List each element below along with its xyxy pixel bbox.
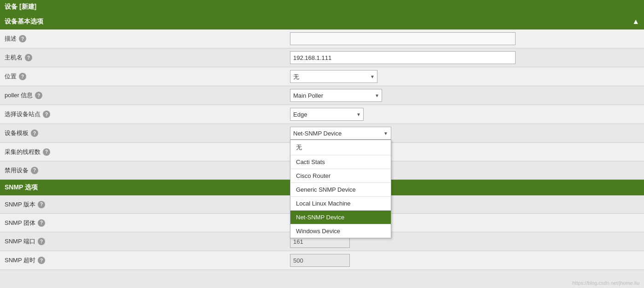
collapse-icon[interactable]: ▲ [632,18,639,26]
template-dropdown-arrow-icon: ▼ [383,131,388,136]
section-title: 设备基本选项 [5,18,43,26]
location-row: 位置 ? 无 ▼ [0,67,644,86]
template-dropdown-menu: 无 Cacti Stats Cisco Router Generic SNMP … [290,140,391,238]
template-control: Net-SNMP Device ▼ 无 Cacti Stats Cisco Ro… [285,124,644,142]
site-control: Edge ▼ [285,105,644,123]
snmp-timeout-help-icon[interactable]: ? [38,257,45,264]
description-help-icon[interactable]: ? [19,35,26,42]
dropdown-item-cisco-router[interactable]: Cisco Router [290,169,391,183]
section-header: 设备基本选项 ▲ [0,14,644,29]
location-label: 位置 ? [0,69,285,84]
site-label: 选择设备站点 ? [0,106,285,122]
snmp-community-label: SNMP 团体 ? [0,215,285,231]
watermark: https://blog.csdn.net/jhome.liu [572,280,639,286]
poller-select[interactable]: Main Poller [290,89,382,102]
template-label: 设备模板 ? [0,125,285,141]
location-select[interactable]: 无 [290,70,377,83]
snmp-port-help-icon[interactable]: ? [38,238,45,245]
dropdown-item-windows[interactable]: Windows Device [290,224,391,238]
hostname-input[interactable] [290,51,516,64]
description-control [285,29,644,48]
snmp-community-help-icon[interactable]: ? [38,219,45,227]
template-dropdown-container: Net-SNMP Device ▼ 无 Cacti Stats Cisco Ro… [290,127,391,140]
page-wrapper: 设备 [新建] 设备基本选项 ▲ 描述 ? 主机名 ? 位置 ? [0,0,644,288]
site-select-wrapper: Edge ▼ [290,108,364,121]
snmp-timeout-control [285,251,644,270]
snmp-version-help-icon[interactable]: ? [38,201,45,208]
site-help-icon[interactable]: ? [43,111,50,118]
location-select-wrapper: 无 ▼ [290,70,377,83]
poller-control: Main Poller ▼ [285,86,644,105]
disabled-label: 禁用设备 ? [0,163,285,178]
snmp-timeout-label: SNMP 超时 ? [0,253,285,268]
poller-label: poller 信息 ? [0,88,285,103]
dropdown-item-none[interactable]: 无 [290,140,391,155]
page-title: 设备 [新建] [5,3,36,10]
dropdown-item-net-snmp[interactable]: Net-SNMP Device [290,211,391,224]
description-input[interactable] [290,32,516,45]
poller-select-wrapper: Main Poller ▼ [290,89,382,102]
disabled-help-icon[interactable]: ? [31,167,38,174]
hostname-label: 主机名 ? [0,50,285,65]
template-row: 设备模板 ? Net-SNMP Device ▼ 无 Cacti Stats C… [0,124,644,143]
hostname-control [285,48,644,67]
template-help-icon[interactable]: ? [31,129,38,137]
snmp-timeout-row: SNMP 超时 ? [0,251,644,270]
page-title-bar: 设备 [新建] [0,0,644,14]
snmp-version-label: SNMP 版本 ? [0,197,285,212]
hostname-row: 主机名 ? [0,48,644,67]
threads-label: 采集的线程数 ? [0,144,285,160]
location-control: 无 ▼ [285,67,644,86]
description-row: 描述 ? [0,29,644,48]
dropdown-item-generic-snmp[interactable]: Generic SNMP Device [290,183,391,197]
description-label: 描述 ? [0,31,285,47]
snmp-timeout-input[interactable] [290,254,350,267]
snmp-port-label: SNMP 端口 ? [0,234,285,249]
site-row: 选择设备站点 ? Edge ▼ [0,105,644,124]
threads-help-icon[interactable]: ? [43,148,50,156]
template-select-button[interactable]: Net-SNMP Device ▼ [290,127,391,140]
dropdown-item-cacti-stats[interactable]: Cacti Stats [290,155,391,169]
location-help-icon[interactable]: ? [19,73,26,80]
dropdown-item-local-linux[interactable]: Local Linux Machine [290,197,391,211]
snmp-section-title: SNMP 选项 [5,183,38,191]
site-select[interactable]: Edge [290,108,364,121]
poller-row: poller 信息 ? Main Poller ▼ [0,86,644,105]
poller-help-icon[interactable]: ? [35,92,42,99]
hostname-help-icon[interactable]: ? [25,54,32,61]
